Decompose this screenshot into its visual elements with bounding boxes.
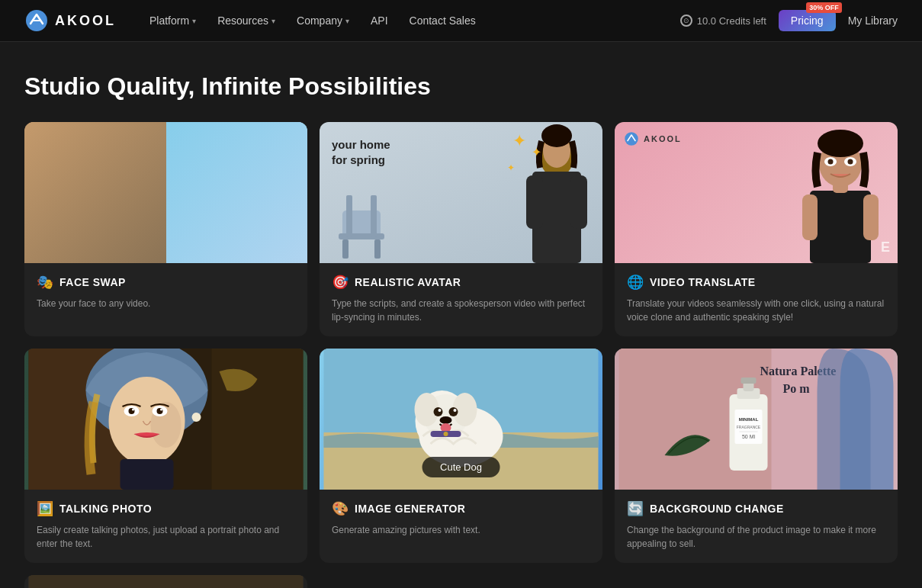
image-generator-info: 🎨 IMAGE GENERATOR Generate amazing pictu…: [320, 490, 602, 549]
svg-text:FRAGRANCE: FRAGRANCE: [737, 425, 761, 429]
card-face-swap[interactable]: 🎭 FACE SWAP Take your face to any video.: [24, 122, 307, 336]
svg-point-8: [105, 130, 189, 236]
svg-point-14: [138, 173, 156, 185]
card-talking-photo[interactable]: 🖼️ TALKING PHOTO Easily create talking p…: [24, 349, 307, 563]
svg-point-68: [440, 416, 452, 424]
credits-label: 10.0 Credits left: [697, 15, 766, 27]
talking-photo-desc: Easily create talking photos, just uploa…: [37, 523, 295, 551]
svg-point-3: [197, 145, 258, 175]
logo-text: AKOOL: [55, 13, 116, 29]
video-translate-info: 🌐 VIDEO TRANSLATE Translate your videos …: [615, 263, 898, 336]
svg-rect-23: [374, 239, 381, 259]
svg-point-65: [439, 409, 442, 412]
svg-point-18: [182, 175, 189, 183]
svg-rect-1: [29, 122, 166, 263]
nav-links: Platform ▾ Resources ▾ Company ▾ API Con…: [140, 10, 680, 31]
svg-rect-21: [339, 233, 384, 239]
resources-chevron-icon: ▾: [271, 17, 275, 25]
avatar-icon: 🎯: [332, 274, 349, 291]
image-generator-image: Cute Dog: [320, 349, 602, 490]
face-swap-info: 🎭 FACE SWAP Take your face to any video.: [24, 263, 307, 323]
svg-rect-25: [371, 195, 377, 237]
talking-photo-info: 🖼️ TALKING PHOTO Easily create talking p…: [24, 490, 307, 563]
my-library-button[interactable]: My Library: [848, 14, 898, 27]
card-realistic-avatar[interactable]: your home for spring ✦ ✦ ✦: [320, 122, 602, 336]
cards-grid: 🎭 FACE SWAP Take your face to any video.…: [24, 122, 898, 563]
svg-point-5: [193, 155, 231, 173]
svg-point-19: [185, 176, 188, 179]
svg-rect-2: [166, 122, 304, 263]
svg-point-46: [192, 413, 201, 422]
svg-point-67: [454, 409, 457, 412]
svg-text:50 Ml: 50 Ml: [742, 434, 756, 439]
svg-rect-56: [212, 349, 304, 490]
nav-resources[interactable]: Resources ▾: [208, 10, 284, 31]
talking-photo-image: [24, 349, 307, 490]
card-background-change[interactable]: Natura Palette Po m MIN: [615, 349, 898, 563]
svg-rect-28: [526, 175, 543, 229]
svg-rect-86: [29, 575, 304, 588]
svg-text:Po    m: Po m: [783, 382, 811, 395]
face-swap-icon: 🎭: [37, 274, 53, 291]
partial-card-bottom[interactable]: [24, 575, 307, 588]
svg-text:MINIMAL: MINIMAL: [739, 417, 759, 422]
svg-point-12: [193, 130, 231, 206]
bg-change-icon: 🔄: [627, 500, 644, 517]
pricing-discount-badge: 30% OFF: [806, 2, 842, 13]
nav-api[interactable]: API: [361, 10, 397, 31]
svg-point-7: [271, 162, 305, 181]
avatar-desc: Type the scripts, and create a spokesper…: [332, 297, 590, 324]
svg-point-64: [434, 407, 443, 416]
pricing-button[interactable]: Pricing 30% OFF: [779, 10, 836, 31]
card-image-generator[interactable]: Cute Dog 🎨 IMAGE GENERATOR Generate amaz…: [320, 349, 602, 563]
svg-point-9: [143, 130, 227, 236]
page-title: Studio Quality, Infinite Possibilities: [24, 72, 898, 101]
dog-label: Cute Dog: [422, 457, 500, 477]
svg-point-54: [160, 409, 162, 411]
talking-photo-title: TALKING PHOTO: [59, 503, 152, 515]
svg-point-16: [147, 176, 150, 179]
svg-point-66: [449, 407, 458, 416]
svg-point-6: [250, 162, 296, 189]
face-swap-image: [24, 122, 307, 263]
nav-contact-sales[interactable]: Contact Sales: [400, 10, 485, 31]
talking-photo-icon: 🖼️: [37, 500, 53, 517]
pricing-label: Pricing: [791, 14, 824, 27]
svg-point-51: [132, 409, 134, 411]
svg-point-4: [227, 145, 273, 168]
channel-watermark: E: [881, 239, 890, 255]
svg-rect-24: [346, 195, 352, 237]
svg-point-32: [625, 132, 638, 146]
svg-rect-22: [342, 239, 349, 259]
nav-right: ⊙ 10.0 Credits left Pricing 30% OFF My L…: [680, 10, 898, 31]
video-translate-desc: Translate your videos seamlessly with on…: [627, 297, 885, 324]
video-translate-title: VIDEO TRANSLATE: [650, 276, 756, 288]
akool-watermark: AKOOL: [624, 131, 682, 146]
svg-point-11: [101, 130, 140, 206]
svg-point-10: [117, 122, 216, 160]
svg-rect-79: [741, 378, 757, 384]
credits-badge[interactable]: ⊙ 10.0 Credits left: [680, 14, 766, 27]
image-gen-icon: 🎨: [332, 500, 349, 517]
image-gen-title: IMAGE GENERATOR: [355, 503, 465, 515]
logo[interactable]: AKOOL: [24, 8, 116, 33]
nav-company[interactable]: Company ▾: [288, 10, 358, 31]
avatar-info: 🎯 REALISTIC AVATAR Type the scripts, and…: [320, 263, 602, 336]
video-translate-icon: 🌐: [627, 274, 644, 291]
avatar-image: your home for spring ✦ ✦ ✦: [320, 122, 602, 263]
main-content: Studio Quality, Infinite Possibilities: [0, 42, 922, 588]
svg-point-42: [848, 159, 853, 165]
svg-point-38: [818, 130, 863, 157]
company-chevron-icon: ▾: [345, 17, 349, 25]
image-gen-desc: Generate amazing pictures with text.: [332, 523, 590, 537]
svg-point-31: [541, 124, 572, 147]
svg-point-40: [828, 159, 834, 165]
card-video-translate[interactable]: AKOOL: [615, 122, 898, 336]
svg-rect-29: [570, 175, 587, 229]
svg-rect-34: [802, 194, 818, 240]
face-swap-title: FACE SWAP: [59, 276, 126, 288]
svg-rect-55: [120, 459, 174, 490]
bg-change-desc: Change the background of the product ima…: [627, 523, 885, 551]
nav-platform[interactable]: Platform ▾: [140, 10, 205, 31]
platform-chevron-icon: ▾: [192, 17, 196, 25]
